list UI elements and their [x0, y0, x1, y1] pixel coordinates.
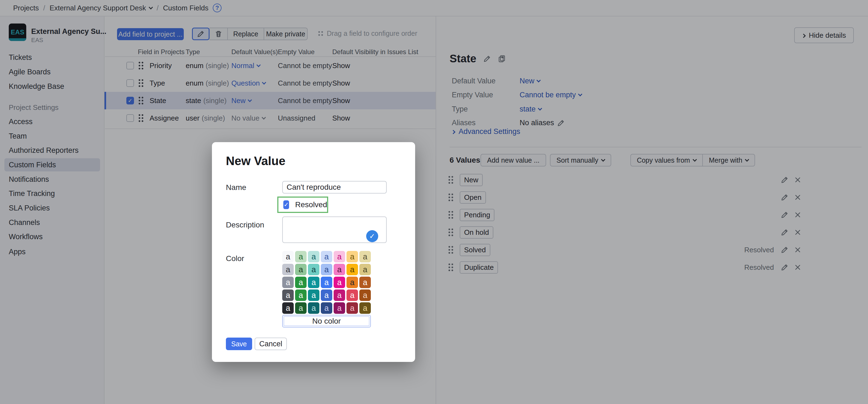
color-swatch-r3-c1[interactable]: a [282, 277, 294, 288]
color-swatch-r3-c4[interactable]: a [321, 277, 332, 288]
color-swatch-r2-c2[interactable]: a [295, 264, 307, 275]
new-value-dialog: New Value Name ✓ Resolved Description ✓ … [212, 142, 415, 362]
name-input[interactable] [282, 181, 387, 194]
resolved-checkbox-label: Resolved [295, 200, 327, 209]
no-color-button[interactable]: No color [282, 315, 371, 328]
color-swatch-r5-c4[interactable]: a [321, 302, 332, 314]
color-swatch-r1-c4[interactable]: a [321, 251, 332, 262]
color-swatch-r3-c6[interactable]: a [346, 277, 358, 288]
description-label: Description [226, 221, 264, 229]
color-swatch-r1-c2[interactable]: a [295, 251, 307, 262]
dialog-title: New Value [226, 154, 285, 168]
name-label: Name [226, 183, 246, 192]
color-swatch-r5-c7[interactable]: a [359, 302, 371, 314]
color-swatch-r1-c5[interactable]: a [334, 251, 345, 262]
color-swatch-r2-c1[interactable]: a [282, 264, 294, 275]
save-button[interactable]: Save [226, 338, 252, 350]
color-swatch-r5-c6[interactable]: a [346, 302, 358, 314]
color-swatch-r4-c5[interactable]: a [334, 290, 345, 301]
color-swatch-r1-c1[interactable]: a [282, 251, 294, 262]
color-swatch-r4-c3[interactable]: a [308, 290, 319, 301]
color-label: Color [226, 254, 244, 263]
color-swatch-r1-c7[interactable]: a [359, 251, 371, 262]
app-root: Projects / External Agency Support Desk … [0, 0, 868, 404]
color-swatch-r5-c1[interactable]: a [282, 302, 294, 314]
color-swatch-r5-c5[interactable]: a [334, 302, 345, 314]
cancel-button[interactable]: Cancel [255, 338, 287, 350]
color-swatch-r4-c4[interactable]: a [321, 290, 332, 301]
color-swatch-r2-c7[interactable]: a [359, 264, 371, 275]
color-swatch-r5-c2[interactable]: a [295, 302, 307, 314]
color-swatch-r3-c2[interactable]: a [295, 277, 307, 288]
color-swatch-r4-c6[interactable]: a [346, 290, 358, 301]
color-swatch-r3-c7[interactable]: a [359, 277, 371, 288]
color-swatch-r1-c3[interactable]: a [308, 251, 319, 262]
color-swatch-r2-c3[interactable]: a [308, 264, 319, 275]
color-swatch-r1-c6[interactable]: a [346, 251, 358, 262]
color-swatch-r2-c6[interactable]: a [346, 264, 358, 275]
resolved-checkbox[interactable]: ✓ [283, 200, 289, 209]
color-swatch-r4-c7[interactable]: a [359, 290, 371, 301]
color-swatch-r4-c1[interactable]: a [282, 290, 294, 301]
color-swatch-r2-c4[interactable]: a [321, 264, 332, 275]
color-swatch-r2-c5[interactable]: a [334, 264, 345, 275]
color-swatch-r5-c3[interactable]: a [308, 302, 319, 314]
color-swatch-r3-c5[interactable]: a [334, 277, 345, 288]
resolved-highlight-box: ✓ Resolved [277, 197, 328, 213]
modal-overlay [0, 0, 868, 404]
color-swatch-r3-c3[interactable]: a [308, 277, 319, 288]
color-swatch-r4-c2[interactable]: a [295, 290, 307, 301]
spellcheck-badge-icon[interactable]: ✓ [366, 230, 378, 242]
color-grid: aaaaaaaaaaaaaaaaaaaaaaaaaaaaaaaaaaa [282, 251, 371, 314]
